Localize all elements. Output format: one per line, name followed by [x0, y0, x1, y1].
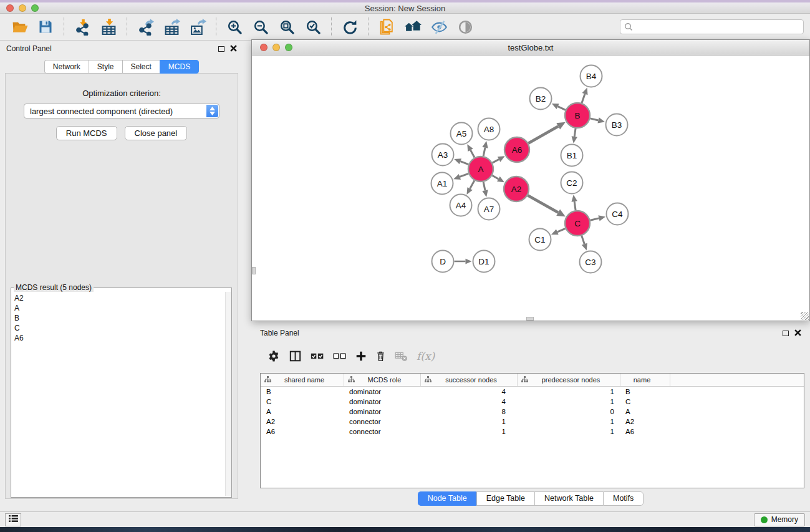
- cell-predecessors[interactable]: 1: [518, 428, 620, 435]
- graph-edge[interactable]: [590, 218, 599, 220]
- graph-edge[interactable]: [460, 173, 468, 177]
- cell-mcds-role[interactable]: dominator: [344, 398, 421, 405]
- graph-edge[interactable]: [460, 162, 468, 165]
- tab-motifs[interactable]: Motifs: [603, 491, 644, 506]
- cell-shared-name[interactable]: A: [261, 408, 344, 415]
- criterion-select[interactable]: largest connected component (directed): [24, 104, 219, 118]
- network-from-file-icon[interactable]: [377, 17, 396, 36]
- close-panel-button[interactable]: Close panel: [125, 126, 188, 140]
- close-table-panel-icon[interactable]: [794, 327, 801, 339]
- column-header-name[interactable]: name: [620, 374, 670, 386]
- column-header-predecessor-nodes[interactable]: predecessor nodes: [518, 374, 620, 386]
- network-window-titlebar[interactable]: testGlobe.txt: [252, 40, 809, 56]
- show-column-panel-icon[interactable]: [289, 350, 302, 362]
- create-column-icon[interactable]: [355, 351, 367, 362]
- apply-layout-icon[interactable]: [340, 17, 359, 36]
- cell-mcds-role[interactable]: connector: [344, 418, 421, 425]
- cell-name[interactable]: C: [620, 398, 670, 405]
- resize-grip-icon[interactable]: [801, 312, 809, 320]
- export-network-icon[interactable]: [136, 17, 155, 36]
- cell-name[interactable]: B: [620, 388, 670, 395]
- float-panel-icon[interactable]: [218, 46, 224, 52]
- cell-successors[interactable]: 1: [421, 418, 518, 425]
- cell-successors[interactable]: 1: [421, 428, 518, 435]
- graph-edge[interactable]: [483, 182, 485, 191]
- show-task-history-button[interactable]: [5, 513, 21, 526]
- cell-shared-name[interactable]: B: [261, 388, 344, 395]
- close-panel-icon[interactable]: [230, 43, 237, 54]
- mcds-result-item[interactable]: A2: [13, 293, 224, 303]
- select-all-columns-icon[interactable]: [311, 352, 324, 360]
- graph-edge[interactable]: [558, 107, 566, 110]
- import-network-icon[interactable]: [73, 17, 92, 36]
- result-scrollbar[interactable]: [225, 292, 231, 496]
- cell-name[interactable]: A6: [620, 428, 670, 435]
- tab-node-table[interactable]: Node Table: [418, 491, 476, 506]
- cell-shared-name[interactable]: A6: [261, 428, 344, 435]
- cell-name[interactable]: A: [620, 408, 670, 415]
- graph-edge[interactable]: [574, 201, 576, 210]
- save-session-icon[interactable]: [36, 17, 55, 36]
- export-table-icon[interactable]: [162, 17, 181, 36]
- table-row[interactable]: A6connector11A6: [261, 427, 804, 437]
- cell-successors[interactable]: 4: [421, 388, 518, 395]
- cell-successors[interactable]: 4: [421, 398, 518, 405]
- column-header-successor-nodes[interactable]: successor nodes: [421, 374, 518, 386]
- run-mcds-button[interactable]: Run MCDS: [56, 126, 117, 140]
- show-graphics-details-icon[interactable]: [456, 17, 475, 36]
- mcds-result-item[interactable]: A: [13, 303, 224, 313]
- cell-name[interactable]: A2: [620, 418, 670, 425]
- graph-edge[interactable]: [590, 118, 598, 120]
- delete-columns-icon[interactable]: [375, 351, 386, 362]
- open-session-icon[interactable]: [10, 17, 29, 36]
- graph-edge[interactable]: [470, 180, 475, 188]
- tab-network-table[interactable]: Network Table: [534, 491, 603, 506]
- hide-selected-icon[interactable]: [430, 17, 448, 36]
- graph-edge[interactable]: [528, 126, 558, 143]
- mcds-result-item[interactable]: B: [13, 313, 224, 323]
- cell-mcds-role[interactable]: connector: [344, 428, 421, 435]
- float-table-panel-icon[interactable]: [783, 331, 789, 336]
- tab-style[interactable]: Style: [89, 60, 122, 74]
- graph-edge[interactable]: [582, 94, 585, 104]
- tab-network[interactable]: Network: [44, 60, 89, 74]
- cell-predecessors[interactable]: 0: [518, 408, 620, 415]
- table-row[interactable]: Cdominator41C: [261, 397, 804, 407]
- delete-table-icon[interactable]: [395, 351, 408, 362]
- function-builder-icon[interactable]: f(x): [417, 350, 435, 362]
- zoom-selected-icon[interactable]: [304, 17, 322, 36]
- graph-edge[interactable]: [492, 175, 498, 179]
- cell-shared-name[interactable]: C: [261, 398, 344, 405]
- table-row[interactable]: Bdominator41B: [261, 387, 804, 397]
- cell-predecessors[interactable]: 1: [518, 418, 620, 425]
- table-row[interactable]: A2connector11A2: [261, 417, 804, 427]
- column-header-mcds-role[interactable]: MCDS role: [344, 374, 421, 386]
- cell-mcds-role[interactable]: dominator: [344, 408, 421, 415]
- tab-edge-table[interactable]: Edge Table: [476, 491, 534, 506]
- search-input[interactable]: [620, 19, 804, 34]
- mcds-result-item[interactable]: A6: [13, 333, 224, 343]
- zoom-fit-icon[interactable]: [277, 17, 296, 36]
- network-graph[interactable]: B4B2BB3A8A5A6A3B1AC2A1A2A4A7C4CC1C3DD1: [252, 56, 809, 321]
- graph-edge[interactable]: [574, 128, 576, 137]
- cell-successors[interactable]: 8: [421, 408, 518, 415]
- graph-edge[interactable]: [493, 159, 499, 163]
- mcds-result-item[interactable]: C: [13, 323, 224, 333]
- cell-predecessors[interactable]: 1: [518, 388, 620, 395]
- tab-select[interactable]: Select: [122, 60, 160, 74]
- table-settings-icon[interactable]: [268, 350, 280, 362]
- zoom-out-icon[interactable]: [251, 17, 270, 36]
- tab-mcds[interactable]: MCDS: [160, 60, 199, 74]
- graph-edge[interactable]: [483, 148, 485, 157]
- graph-edge[interactable]: [557, 228, 566, 232]
- table-row[interactable]: Adominator80A: [261, 407, 804, 417]
- deselect-all-columns-icon[interactable]: [333, 352, 347, 360]
- export-image-icon[interactable]: [188, 17, 207, 36]
- graph-edge[interactable]: [528, 195, 558, 212]
- graph-edge[interactable]: [582, 236, 585, 244]
- graph-edge[interactable]: [470, 150, 474, 158]
- memory-button[interactable]: Memory: [754, 513, 805, 526]
- cell-mcds-role[interactable]: dominator: [344, 388, 421, 395]
- import-table-icon[interactable]: [99, 17, 118, 36]
- home-views-icon[interactable]: [403, 17, 422, 36]
